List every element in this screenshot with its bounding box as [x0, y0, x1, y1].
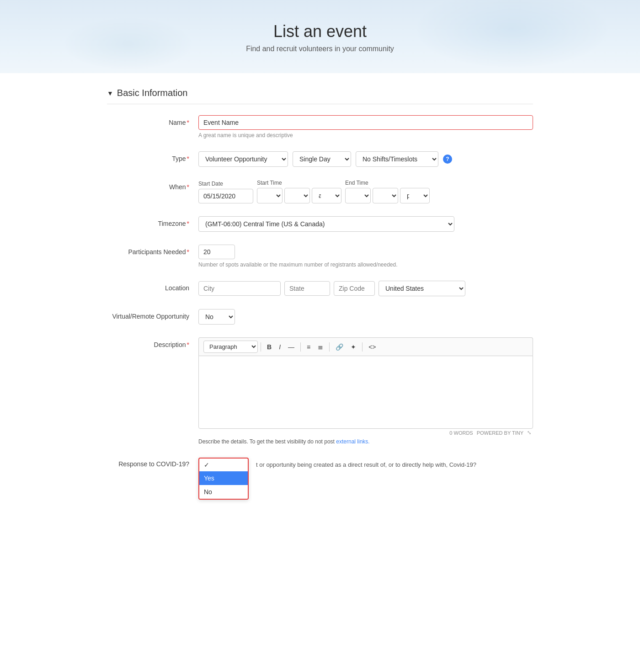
virtual-label: Virtual/Remote Opportunity [107, 309, 189, 320]
ordered-list-button[interactable]: ≣ [315, 341, 326, 352]
code-button[interactable]: <> [365, 341, 379, 352]
hero-section: List an event Find and recruit volunteer… [0, 0, 640, 73]
timezone-row: Timezone* (GMT-06:00) Central Time (US &… [107, 216, 533, 232]
toolbar-separator-1 [261, 342, 261, 352]
external-links-link[interactable]: external links. [336, 438, 369, 445]
name-field-group: A great name is unique and descriptive [198, 115, 533, 139]
name-hint: A great name is unique and descriptive [198, 132, 533, 139]
resize-icon: ⤡ [527, 430, 531, 436]
description-toolbar: Paragraph Heading 1 Heading 2 Heading 3 … [198, 337, 533, 356]
location-row: Location United States Canada United Kin… [107, 281, 533, 296]
dropdown-check-row: ✓ [199, 459, 248, 471]
name-row: Name* A great name is unique and descrip… [107, 115, 533, 139]
link-button[interactable]: 🔗 [332, 341, 347, 352]
type-field-group: Volunteer Opportunity Fundraiser Other S… [198, 151, 533, 167]
zip-input[interactable] [334, 281, 375, 296]
name-label: Name* [107, 115, 189, 126]
hr-button[interactable]: — [285, 341, 298, 352]
start-ampm-select[interactable]: ampm [312, 188, 341, 203]
section-title: Basic Information [117, 88, 188, 98]
bold-button[interactable]: B [264, 341, 275, 352]
form-container: ▼ Basic Information Name* A great name i… [96, 73, 544, 527]
covid-dropdown: ✓ Yes No [198, 458, 249, 500]
location-field-group: United States Canada United Kingdom Aust… [198, 281, 533, 296]
when-inputs-row: Start Date Start Time 111234 56789 1012 … [198, 180, 533, 203]
covid-yes-option[interactable]: Yes [199, 471, 248, 485]
virtual-row: Virtual/Remote Opportunity No Yes [107, 309, 533, 325]
duration-select[interactable]: Single Day Multi Day Ongoing [293, 151, 351, 167]
end-time-inputs: 31245 678910 1112 00153045 pmam [345, 188, 430, 203]
type-label: Type* [107, 151, 189, 162]
start-date-group: Start Date [198, 181, 253, 203]
toolbar-separator-3 [329, 342, 330, 352]
shifts-select[interactable]: No Shifts/Timeslots Shifts Timeslots [356, 151, 438, 167]
covid-row: Response to COVID-19? ✓ Yes No [107, 458, 533, 500]
section-header-basic-info: ▼ Basic Information [107, 88, 533, 104]
location-label: Location [107, 281, 189, 292]
type-select[interactable]: Volunteer Opportunity Fundraiser Other [198, 151, 288, 167]
start-time-group: Start Time 111234 56789 1012 00153045 am… [257, 180, 341, 203]
description-footer: 0 WORDS POWERED BY TINY ⤡ [198, 430, 533, 436]
participants-field-group: Number of spots available or the maximum… [198, 245, 533, 268]
covid-label: Response to COVID-19? [107, 458, 189, 468]
state-input[interactable] [284, 281, 330, 296]
covid-field-group: ✓ Yes No t or opportunity being created … [198, 458, 533, 500]
name-input[interactable] [198, 115, 533, 130]
participants-row: Participants Needed* Number of spots ava… [107, 245, 533, 268]
description-row: Description* Paragraph Heading 1 Heading… [107, 337, 533, 445]
toolbar-separator-2 [300, 342, 301, 352]
start-date-input[interactable] [198, 189, 253, 203]
description-field-group: Paragraph Heading 1 Heading 2 Heading 3 … [198, 337, 533, 445]
participants-hint: Number of spots available or the maximum… [198, 261, 533, 268]
italic-button[interactable]: I [276, 341, 284, 352]
type-row: Type* Volunteer Opportunity Fundraiser O… [107, 151, 533, 167]
type-selects-row: Volunteer Opportunity Fundraiser Other S… [198, 151, 533, 167]
help-icon[interactable]: ? [443, 155, 452, 164]
word-count: 0 WORDS [449, 430, 473, 436]
start-time-label: Start Time [257, 180, 341, 186]
covid-question: t or opportunity being created as a dire… [256, 458, 476, 468]
when-row: When* Start Date Start Time 111234 56789… [107, 180, 533, 203]
unordered-list-button[interactable]: ≡ [304, 341, 314, 352]
covid-no-option[interactable]: No [199, 485, 248, 499]
description-hint: Describe the details. To get the best vi… [198, 438, 533, 445]
timezone-label: Timezone* [107, 216, 189, 227]
start-hour-select[interactable]: 111234 56789 1012 [257, 188, 283, 203]
participants-label: Participants Needed* [107, 245, 189, 256]
participants-input[interactable] [198, 245, 235, 259]
toolbar-separator-4 [362, 342, 363, 352]
page-subtitle: Find and recruit volunteers in your comm… [9, 45, 631, 53]
end-time-label: End Time [345, 180, 430, 186]
start-date-label: Start Date [198, 181, 253, 187]
description-label: Description* [107, 337, 189, 348]
virtual-field-group: No Yes [198, 309, 533, 325]
end-time-group: End Time 31245 678910 1112 00153045 pmam [345, 180, 430, 203]
start-time-inputs: 111234 56789 1012 00153045 ampm [257, 188, 341, 203]
page-title: List an event [9, 22, 631, 41]
start-min-select[interactable]: 00153045 [284, 188, 310, 203]
city-input[interactable] [198, 281, 281, 296]
when-label: When* [107, 180, 189, 191]
chevron-down-icon: ▼ [107, 90, 113, 97]
checkmark-icon: ✓ [204, 461, 209, 469]
timezone-field-group: (GMT-06:00) Central Time (US & Canada) (… [198, 216, 533, 232]
location-inputs-row: United States Canada United Kingdom Aust… [198, 281, 533, 296]
when-field-group: Start Date Start Time 111234 56789 1012 … [198, 180, 533, 203]
end-min-select[interactable]: 00153045 [373, 188, 398, 203]
powered-by: POWERED BY TINY [477, 430, 523, 436]
paragraph-select[interactable]: Paragraph Heading 1 Heading 2 Heading 3 [203, 341, 258, 353]
timezone-select[interactable]: (GMT-06:00) Central Time (US & Canada) (… [198, 216, 454, 232]
covid-dropdown-box: ✓ Yes No [198, 458, 249, 500]
country-select[interactable]: United States Canada United Kingdom Aust… [379, 281, 465, 296]
virtual-select[interactable]: No Yes [198, 309, 235, 325]
magic-button[interactable]: ✦ [347, 341, 359, 352]
description-editor[interactable] [198, 356, 533, 429]
end-hour-select[interactable]: 31245 678910 1112 [345, 188, 371, 203]
end-ampm-select[interactable]: pmam [400, 188, 430, 203]
covid-inline: ✓ Yes No t or opportunity being created … [198, 458, 533, 500]
